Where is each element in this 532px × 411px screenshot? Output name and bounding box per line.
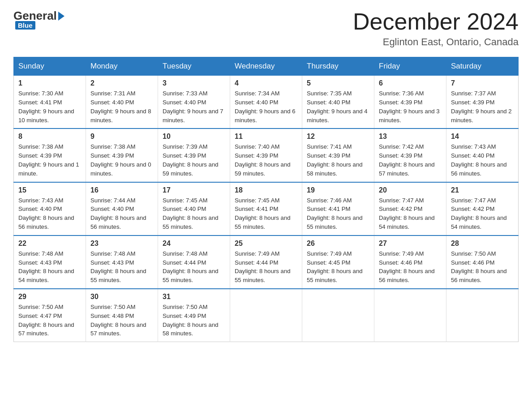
day-info: Sunrise: 7:36 AMSunset: 4:39 PMDaylight:… [379,89,442,124]
calendar-cell: 8Sunrise: 7:38 AMSunset: 4:39 PMDaylight… [14,128,86,182]
day-info: Sunrise: 7:50 AMSunset: 4:49 PMDaylight:… [163,303,225,338]
day-number: 28 [451,240,514,248]
header-wednesday: Wednesday [230,57,302,76]
day-info: Sunrise: 7:31 AMSunset: 4:40 PMDaylight:… [90,89,153,124]
calendar-cell: 10Sunrise: 7:39 AMSunset: 4:39 PMDayligh… [158,128,230,182]
calendar-cell: 30Sunrise: 7:50 AMSunset: 4:48 PMDayligh… [86,289,158,342]
day-number: 26 [307,240,369,248]
day-info: Sunrise: 7:33 AMSunset: 4:40 PMDaylight:… [163,89,225,124]
day-number: 25 [235,240,297,248]
header-monday: Monday [86,57,158,76]
day-info: Sunrise: 7:46 AMSunset: 4:41 PMDaylight:… [307,196,369,231]
day-info: Sunrise: 7:49 AMSunset: 4:45 PMDaylight:… [307,249,369,285]
day-info: Sunrise: 7:48 AMSunset: 4:43 PMDaylight:… [90,249,153,285]
calendar-cell: 9Sunrise: 7:38 AMSunset: 4:39 PMDaylight… [86,128,158,182]
day-info: Sunrise: 7:41 AMSunset: 4:39 PMDaylight:… [307,142,369,178]
calendar-cell: 27Sunrise: 7:49 AMSunset: 4:46 PMDayligh… [374,235,446,289]
day-info: Sunrise: 7:50 AMSunset: 4:46 PMDaylight:… [451,249,514,285]
calendar-cell: 25Sunrise: 7:49 AMSunset: 4:44 PMDayligh… [230,235,302,289]
header-friday: Friday [374,57,446,76]
header-saturday: Saturday [446,57,519,76]
calendar-cell: 24Sunrise: 7:48 AMSunset: 4:44 PMDayligh… [158,235,230,289]
calendar-cell [374,289,446,342]
calendar-cell: 1Sunrise: 7:30 AMSunset: 4:41 PMDaylight… [14,76,86,129]
week-row-1: 1Sunrise: 7:30 AMSunset: 4:41 PMDaylight… [14,76,519,129]
calendar-cell: 22Sunrise: 7:48 AMSunset: 4:43 PMDayligh… [14,235,86,289]
day-info: Sunrise: 7:38 AMSunset: 4:39 PMDaylight:… [90,142,153,178]
calendar-cell: 4Sunrise: 7:34 AMSunset: 4:40 PMDaylight… [230,76,302,129]
day-info: Sunrise: 7:43 AMSunset: 4:40 PMDaylight:… [18,196,81,231]
day-info: Sunrise: 7:35 AMSunset: 4:40 PMDaylight:… [307,89,369,124]
calendar-cell: 21Sunrise: 7:47 AMSunset: 4:42 PMDayligh… [446,182,519,235]
day-number: 6 [379,79,442,87]
day-number: 11 [235,133,297,141]
week-row-2: 8Sunrise: 7:38 AMSunset: 4:39 PMDaylight… [14,128,519,182]
day-number: 8 [18,133,81,141]
day-number: 10 [163,133,225,141]
day-number: 5 [307,79,369,87]
day-number: 16 [90,186,153,194]
calendar-cell: 28Sunrise: 7:50 AMSunset: 4:46 PMDayligh… [446,235,519,289]
day-info: Sunrise: 7:43 AMSunset: 4:40 PMDaylight:… [451,142,514,178]
header-thursday: Thursday [302,57,374,76]
day-info: Sunrise: 7:42 AMSunset: 4:39 PMDaylight:… [379,142,442,178]
calendar-cell: 17Sunrise: 7:45 AMSunset: 4:40 PMDayligh… [158,182,230,235]
day-number: 23 [90,240,153,248]
day-number: 12 [307,133,369,141]
calendar-cell: 13Sunrise: 7:42 AMSunset: 4:39 PMDayligh… [374,128,446,182]
header-row: SundayMondayTuesdayWednesdayThursdayFrid… [14,57,519,76]
calendar-cell: 31Sunrise: 7:50 AMSunset: 4:49 PMDayligh… [158,289,230,342]
calendar-cell: 6Sunrise: 7:36 AMSunset: 4:39 PMDaylight… [374,76,446,129]
calendar-subtitle: Eglinton East, Ontario, Canada [353,36,519,48]
day-info: Sunrise: 7:45 AMSunset: 4:41 PMDaylight:… [235,196,297,231]
calendar-cell: 18Sunrise: 7:45 AMSunset: 4:41 PMDayligh… [230,182,302,235]
day-number: 29 [18,293,81,301]
day-number: 7 [451,79,514,87]
day-info: Sunrise: 7:40 AMSunset: 4:39 PMDaylight:… [235,142,297,178]
day-info: Sunrise: 7:48 AMSunset: 4:44 PMDaylight:… [163,249,225,285]
calendar-cell: 14Sunrise: 7:43 AMSunset: 4:40 PMDayligh… [446,128,519,182]
calendar-title: December 2024 [353,9,519,34]
day-number: 20 [379,186,442,194]
day-info: Sunrise: 7:47 AMSunset: 4:42 PMDaylight:… [451,196,514,231]
day-info: Sunrise: 7:50 AMSunset: 4:48 PMDaylight:… [90,303,153,338]
calendar-cell: 16Sunrise: 7:44 AMSunset: 4:40 PMDayligh… [86,182,158,235]
header-tuesday: Tuesday [158,57,230,76]
calendar-cell: 3Sunrise: 7:33 AMSunset: 4:40 PMDaylight… [158,76,230,129]
calendar-cell [230,289,302,342]
day-number: 21 [451,186,514,194]
calendar-cell: 15Sunrise: 7:43 AMSunset: 4:40 PMDayligh… [14,182,86,235]
calendar-cell: 20Sunrise: 7:47 AMSunset: 4:42 PMDayligh… [374,182,446,235]
calendar-cell: 23Sunrise: 7:48 AMSunset: 4:43 PMDayligh… [86,235,158,289]
day-number: 3 [163,79,225,87]
day-info: Sunrise: 7:34 AMSunset: 4:40 PMDaylight:… [235,89,297,124]
day-info: Sunrise: 7:47 AMSunset: 4:42 PMDaylight:… [379,196,442,231]
calendar-table: SundayMondayTuesdayWednesdayThursdayFrid… [13,57,519,342]
day-number: 27 [379,240,442,248]
day-info: Sunrise: 7:37 AMSunset: 4:39 PMDaylight:… [451,89,514,124]
day-info: Sunrise: 7:30 AMSunset: 4:41 PMDaylight:… [18,89,81,124]
header-sunday: Sunday [14,57,86,76]
day-info: Sunrise: 7:39 AMSunset: 4:39 PMDaylight:… [163,142,225,178]
day-number: 4 [235,79,297,87]
week-row-3: 15Sunrise: 7:43 AMSunset: 4:40 PMDayligh… [14,182,519,235]
day-info: Sunrise: 7:38 AMSunset: 4:39 PMDaylight:… [18,142,81,178]
calendar-cell: 2Sunrise: 7:31 AMSunset: 4:40 PMDaylight… [86,76,158,129]
day-number: 22 [18,240,81,248]
day-info: Sunrise: 7:49 AMSunset: 4:44 PMDaylight:… [235,249,297,285]
calendar-cell: 12Sunrise: 7:41 AMSunset: 4:39 PMDayligh… [302,128,374,182]
day-number: 24 [163,240,225,248]
calendar-cell: 19Sunrise: 7:46 AMSunset: 4:41 PMDayligh… [302,182,374,235]
calendar-cell: 29Sunrise: 7:50 AMSunset: 4:47 PMDayligh… [14,289,86,342]
day-number: 18 [235,186,297,194]
logo: General Blue [13,9,66,30]
week-row-4: 22Sunrise: 7:48 AMSunset: 4:43 PMDayligh… [14,235,519,289]
day-number: 13 [379,133,442,141]
day-number: 17 [163,186,225,194]
title-block: December 2024 Eglinton East, Ontario, Ca… [353,9,519,48]
day-number: 30 [90,293,153,301]
week-row-5: 29Sunrise: 7:50 AMSunset: 4:47 PMDayligh… [14,289,519,342]
calendar-cell: 26Sunrise: 7:49 AMSunset: 4:45 PMDayligh… [302,235,374,289]
logo-arrow-icon [58,12,64,21]
day-info: Sunrise: 7:44 AMSunset: 4:40 PMDaylight:… [90,196,153,231]
